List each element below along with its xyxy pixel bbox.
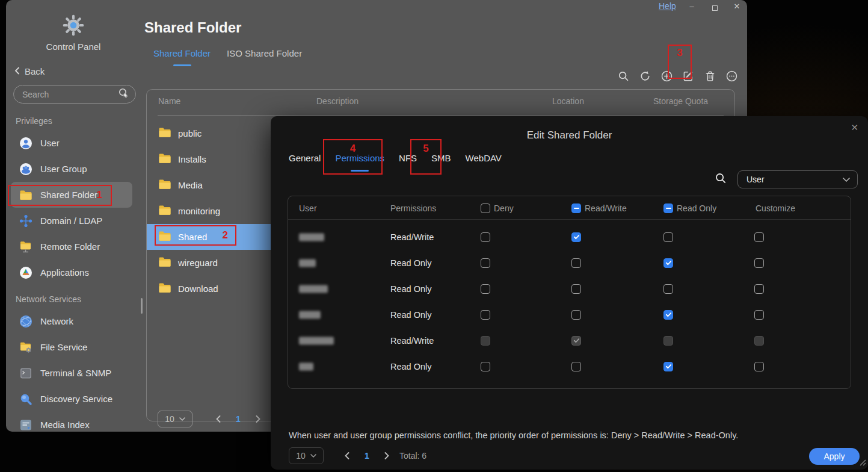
sidebar-section-title: Network Services [16, 294, 146, 304]
folder-name: Installs [178, 154, 206, 164]
resize-handle-icon[interactable] [858, 458, 866, 468]
add-plus-icon[interactable] [661, 70, 673, 82]
customize-checkbox[interactable] [754, 310, 764, 320]
deny-checkbox[interactable] [481, 284, 490, 294]
read-write-checkbox[interactable] [571, 232, 581, 242]
search-icon[interactable] [618, 70, 629, 82]
sidebar-item-media-index[interactable]: Media Index [11, 412, 132, 432]
read-write-checkbox[interactable] [571, 258, 581, 268]
sidebar-item-applications[interactable]: Applications [11, 259, 132, 285]
dialog-tab-webdav[interactable]: WebDAV [466, 153, 502, 172]
sidebar-section-privileges: PrivilegesUserUser GroupShared FolderDom… [6, 116, 146, 285]
sidebar-item-label: User Group [40, 164, 87, 174]
sidebar-item-user-group[interactable]: User Group [11, 156, 132, 182]
prev-page-button[interactable] [338, 452, 356, 459]
customize-checkbox[interactable] [754, 284, 764, 294]
read-only-checkbox[interactable] [663, 362, 673, 371]
edit-icon[interactable] [683, 70, 694, 82]
maximize-button[interactable] [709, 4, 721, 13]
folder-name: monitoring [178, 206, 220, 216]
trash-icon[interactable] [704, 70, 716, 82]
apply-button[interactable]: Apply [809, 448, 860, 465]
tab-shared-folder[interactable]: Shared Folder [153, 48, 211, 66]
sidebar-item-discovery-service[interactable]: Discovery Service [11, 386, 132, 412]
sidebar-item-user[interactable]: User [11, 130, 132, 156]
folder-name: wireguard [178, 258, 218, 268]
next-page-button[interactable] [378, 452, 396, 459]
dialog-tab-smb[interactable]: SMB [431, 153, 451, 172]
minimize-button[interactable]: – [686, 2, 698, 11]
edit-shared-folder-dialog: ✕ Edit Shared Folder GeneralPermissionsN… [271, 116, 868, 470]
dialog-tab-permissions[interactable]: Permissions [335, 153, 384, 172]
sidebar-item-network[interactable]: Network [11, 308, 132, 334]
folder-icon [158, 282, 171, 296]
help-link[interactable]: Help [659, 1, 676, 11]
prev-page-button[interactable] [209, 415, 227, 423]
search-cursor-icon[interactable] [117, 87, 129, 102]
dialog-page-size-select[interactable]: 10 [289, 447, 324, 464]
terminal-icon [19, 367, 32, 380]
applications-icon [19, 266, 32, 279]
customize-checkbox[interactable] [754, 362, 764, 371]
permission-value: Read Only [390, 310, 432, 320]
folder-icon [158, 153, 171, 166]
folder-icon [158, 205, 171, 218]
column-customize: Customize [756, 203, 795, 213]
redacted-username [299, 285, 328, 293]
permission-rows: Read/WriteRead OnlyRead OnlyRead OnlyRea… [288, 224, 851, 379]
dialog-tab-general[interactable]: General [289, 153, 321, 172]
permission-row: Read Only [288, 276, 851, 302]
read-only-checkbox[interactable] [663, 310, 673, 320]
chevron-down-icon [310, 454, 316, 458]
discovery-icon [19, 393, 32, 406]
current-page[interactable]: 1 [227, 414, 249, 424]
customize-checkbox[interactable] [754, 258, 764, 268]
filter-type-dropdown[interactable]: User [737, 170, 858, 188]
sidebar-item-file-service[interactable]: File Service [11, 334, 132, 360]
dialog-tab-nfs[interactable]: NFS [399, 153, 417, 172]
sidebar-scrollbar[interactable] [141, 298, 143, 314]
permissions-table-header: User Permissions Deny Read/Write Read On… [288, 196, 851, 220]
control-panel-badge[interactable]: Control Panel [37, 14, 109, 52]
deny-checkbox[interactable] [481, 310, 490, 320]
redacted-username [299, 233, 324, 241]
sidebar-item-label: User [40, 138, 60, 148]
current-page[interactable]: 1 [356, 451, 378, 461]
sidebar-item-shared-folder[interactable]: Shared Folder [11, 182, 132, 208]
page-tabs: Shared FolderISO Shared Folder [153, 48, 302, 66]
customize-checkbox[interactable] [754, 232, 764, 242]
folder-name: Media [178, 180, 203, 190]
sidebar-item-domain-ldap[interactable]: Domain / LDAP [11, 208, 132, 234]
deny-checkbox[interactable] [481, 362, 490, 371]
permission-value: Read Only [390, 284, 432, 294]
read-only-checkbox[interactable] [663, 284, 673, 294]
dropdown-value: User [746, 175, 843, 184]
next-page-button[interactable] [249, 415, 267, 423]
customize-checkbox [754, 336, 764, 346]
read-write-select-all-checkbox[interactable] [571, 203, 581, 213]
search-icon[interactable] [715, 172, 727, 187]
tab-iso-shared-folder[interactable]: ISO Shared Folder [227, 48, 302, 66]
read-write-checkbox[interactable] [571, 362, 581, 371]
read-only-checkbox[interactable] [663, 232, 673, 242]
permissions-priority-note: When user and user group permissions con… [289, 430, 844, 440]
folder-icon [158, 231, 171, 244]
deny-select-all-checkbox[interactable] [481, 203, 490, 213]
read-write-checkbox[interactable] [571, 310, 581, 320]
sidebar-item-terminal-snmp[interactable]: Terminal & SNMP [11, 360, 132, 386]
page-size-select[interactable]: 10 [158, 411, 192, 427]
deny-checkbox[interactable] [481, 232, 490, 242]
window-close-button[interactable]: ✕ [731, 2, 743, 11]
sidebar-item-remote-folder[interactable]: Remote Folder [11, 234, 132, 259]
more-icon[interactable] [726, 70, 737, 82]
read-only-checkbox[interactable] [663, 258, 673, 268]
read-only-select-all-checkbox[interactable] [663, 203, 673, 213]
column-storage-quota: Storage Quota [653, 96, 708, 106]
refresh-icon[interactable] [639, 70, 651, 82]
network-icon [19, 315, 32, 328]
sidebar-search-input[interactable]: Search [13, 85, 136, 104]
back-button[interactable]: Back [14, 66, 45, 76]
chevron-down-icon [843, 178, 850, 182]
read-write-checkbox[interactable] [571, 284, 581, 294]
deny-checkbox[interactable] [481, 258, 490, 268]
